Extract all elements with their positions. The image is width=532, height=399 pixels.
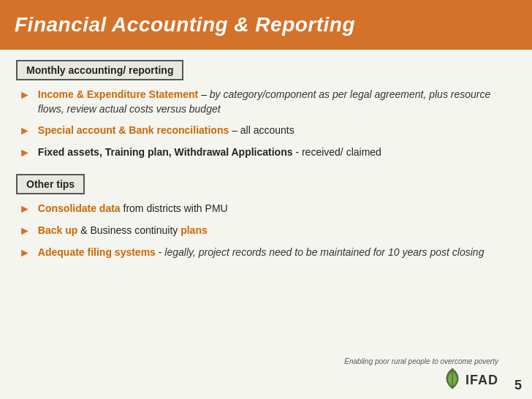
arrow-icon: ►	[19, 88, 31, 102]
item-text: Income & Expenditure Statement – by cate…	[38, 88, 516, 116]
list-item: ► Adequate filing systems - legally, pro…	[16, 246, 516, 260]
list-item: ► Back up & Business continuity plans	[16, 224, 516, 238]
arrow-icon: ►	[19, 224, 31, 238]
logo-icon	[442, 367, 463, 393]
other-tips-list: ► Consolidate data from districts with P…	[16, 202, 516, 259]
highlight-text: Consolidate data	[38, 202, 121, 214]
ifad-text: IFAD	[466, 373, 498, 388]
item-text: Back up & Business continuity plans	[38, 224, 516, 238]
list-item: ► Special account & Bank reconciliations…	[16, 123, 516, 138]
highlight-text: Income & Expenditure Statement	[38, 88, 198, 100]
footer-content: Enabling poor rural people to overcome p…	[344, 357, 498, 393]
header-bar: Financial Accounting & Reporting	[0, 0, 532, 50]
page-title: Financial Accounting & Reporting	[15, 13, 355, 37]
section-label-other-tips: Other tips	[16, 174, 85, 194]
ifad-logo: IFAD	[442, 367, 498, 393]
arrow-icon: ►	[19, 202, 31, 216]
highlight-text: Adequate filing systems	[38, 246, 156, 258]
italic-text: legally, project records need to be main…	[164, 246, 484, 258]
highlight-text: Back up	[38, 224, 77, 236]
monthly-list: ► Income & Expenditure Statement – by ca…	[16, 88, 516, 159]
item-text: Special account & Bank reconciliations –…	[38, 123, 516, 138]
slide: Financial Accounting & Reporting Monthly…	[0, 0, 532, 399]
list-item: ► Consolidate data from districts with P…	[16, 202, 516, 216]
item-text: Adequate filing systems - legally, proje…	[38, 246, 516, 260]
main-content: Monthly accounting/ reporting ► Income &…	[0, 50, 532, 276]
footer: Enabling poor rural people to overcome p…	[344, 357, 522, 393]
list-item: ► Income & Expenditure Statement – by ca…	[16, 88, 516, 116]
arrow-icon: ►	[19, 124, 31, 137]
highlight-text: Special account & Bank reconciliations	[38, 124, 229, 136]
item-text: Consolidate data from districts with PMU	[38, 202, 516, 216]
highlight-text-2: plans	[180, 224, 208, 236]
page-number: 5	[514, 378, 522, 393]
list-item: ► Fixed assets, Training plan, Withdrawa…	[16, 145, 516, 160]
footer-tagline: Enabling poor rural people to overcome p…	[344, 357, 498, 365]
arrow-icon: ►	[19, 146, 31, 159]
item-text: Fixed assets, Training plan, Withdrawal …	[38, 145, 516, 160]
section-label-monthly: Monthly accounting/ reporting	[16, 60, 183, 80]
arrow-icon: ►	[19, 246, 31, 259]
